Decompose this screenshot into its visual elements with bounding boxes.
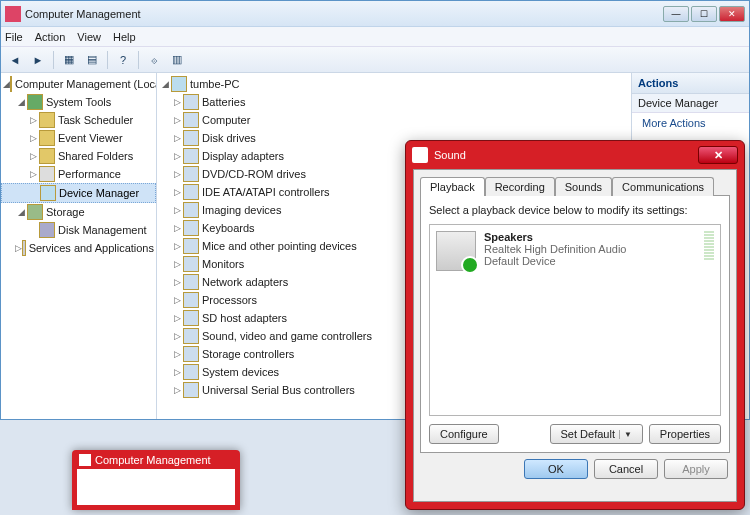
properties-button[interactable]: Properties bbox=[649, 424, 721, 444]
expand-icon[interactable]: ▷ bbox=[171, 277, 183, 287]
expand-icon[interactable]: ▷ bbox=[27, 133, 39, 143]
app-icon bbox=[5, 6, 21, 22]
chevron-down-icon[interactable]: ▼ bbox=[619, 430, 632, 439]
tree-label: Task Scheduler bbox=[58, 114, 133, 126]
menu-file[interactable]: File bbox=[5, 31, 23, 43]
close-button[interactable]: ✕ bbox=[719, 6, 745, 22]
sound-titlebar[interactable]: Sound ✕ bbox=[406, 141, 744, 169]
toolbar: ◄ ► ▦ ▤ ? ⟐ ▥ bbox=[1, 47, 749, 73]
tree-item-task-scheduler[interactable]: ▷Task Scheduler bbox=[1, 111, 156, 129]
expand-icon[interactable]: ▷ bbox=[27, 169, 39, 179]
tree-item-shared-folders[interactable]: ▷Shared Folders bbox=[1, 147, 156, 165]
expand-icon[interactable]: ▷ bbox=[171, 385, 183, 395]
expand-icon[interactable]: ▷ bbox=[171, 367, 183, 377]
tree-group-services[interactable]: ▷Services and Applications bbox=[1, 239, 156, 257]
tree-label: SD host adapters bbox=[202, 312, 287, 324]
tools-icon bbox=[27, 94, 43, 110]
tree-item-performance[interactable]: ▷Performance bbox=[1, 165, 156, 183]
expand-icon[interactable]: ▷ bbox=[171, 313, 183, 323]
expand-icon[interactable]: ▷ bbox=[171, 223, 183, 233]
actions-header: Actions bbox=[632, 73, 749, 94]
expand-icon[interactable]: ▷ bbox=[171, 115, 183, 125]
expand-icon[interactable]: ▷ bbox=[171, 187, 183, 197]
instruction-text: Select a playback device below to modify… bbox=[429, 204, 721, 216]
scan-hardware-button[interactable]: ⟐ bbox=[144, 50, 164, 70]
expand-icon[interactable]: ▷ bbox=[27, 151, 39, 161]
properties-button[interactable]: ▤ bbox=[82, 50, 102, 70]
apply-button[interactable]: Apply bbox=[664, 459, 728, 479]
collapse-icon[interactable]: ◢ bbox=[15, 207, 27, 217]
tree-item-device-manager[interactable]: Device Manager bbox=[1, 183, 156, 203]
collapse-icon[interactable]: ◢ bbox=[159, 79, 171, 89]
tree-label: Event Viewer bbox=[58, 132, 123, 144]
tab-communications[interactable]: Communications bbox=[612, 177, 714, 196]
forward-button[interactable]: ► bbox=[28, 50, 48, 70]
category-icon bbox=[183, 274, 199, 290]
expand-icon[interactable]: ▷ bbox=[171, 259, 183, 269]
help-button[interactable]: ? bbox=[113, 50, 133, 70]
sound-dialog[interactable]: Sound ✕ Playback Recording Sounds Commun… bbox=[405, 140, 745, 510]
storage-icon bbox=[27, 204, 43, 220]
separator bbox=[138, 51, 139, 69]
category-icon bbox=[183, 310, 199, 326]
tree-label: Imaging devices bbox=[202, 204, 282, 216]
window-title: Computer Management bbox=[25, 8, 663, 20]
category-icon bbox=[183, 382, 199, 398]
configure-button[interactable]: Configure bbox=[429, 424, 499, 444]
tree-label: Monitors bbox=[202, 258, 244, 270]
more-actions-link[interactable]: More Actions bbox=[632, 113, 749, 133]
expand-icon[interactable]: ▷ bbox=[171, 241, 183, 251]
titlebar[interactable]: Computer Management — ☐ ✕ bbox=[1, 1, 749, 27]
menu-view[interactable]: View bbox=[77, 31, 101, 43]
menu-action[interactable]: Action bbox=[35, 31, 66, 43]
sound-close-button[interactable]: ✕ bbox=[698, 146, 738, 164]
tab-playback[interactable]: Playback bbox=[420, 177, 485, 196]
actions-section[interactable]: Device Manager bbox=[632, 94, 749, 113]
menu-help[interactable]: Help bbox=[113, 31, 136, 43]
minimize-button[interactable]: — bbox=[663, 6, 689, 22]
collapse-icon[interactable]: ◢ bbox=[3, 79, 10, 89]
tab-recording[interactable]: Recording bbox=[485, 177, 555, 196]
tab-sounds[interactable]: Sounds bbox=[555, 177, 612, 196]
expand-icon[interactable]: ▷ bbox=[171, 331, 183, 341]
tree-item-event-viewer[interactable]: ▷Event Viewer bbox=[1, 129, 156, 147]
tree-label: Computer Management (Local bbox=[15, 78, 157, 90]
cancel-button[interactable]: Cancel bbox=[594, 459, 658, 479]
expand-icon[interactable]: ▷ bbox=[171, 169, 183, 179]
device-category[interactable]: ▷Computer bbox=[157, 111, 631, 129]
expand-icon[interactable]: ▷ bbox=[27, 115, 39, 125]
device-item-speakers[interactable]: Speakers Realtek High Definition Audio D… bbox=[436, 231, 714, 271]
tree-label: Performance bbox=[58, 168, 121, 180]
view-devices-button[interactable]: ▥ bbox=[167, 50, 187, 70]
show-hide-tree-button[interactable]: ▦ bbox=[59, 50, 79, 70]
expand-icon[interactable]: ▷ bbox=[171, 151, 183, 161]
expand-icon[interactable]: ▷ bbox=[171, 295, 183, 305]
tree-group-system-tools[interactable]: ◢System Tools bbox=[1, 93, 156, 111]
device-root[interactable]: ◢tumbe-PC bbox=[157, 75, 631, 93]
collapse-icon[interactable]: ◢ bbox=[15, 97, 27, 107]
back-button[interactable]: ◄ bbox=[5, 50, 25, 70]
tree-label: Services and Applications bbox=[29, 242, 154, 254]
device-list[interactable]: Speakers Realtek High Definition Audio D… bbox=[429, 224, 721, 416]
tree-root[interactable]: ◢ Computer Management (Local bbox=[1, 75, 156, 93]
set-default-button[interactable]: Set Default▼ bbox=[550, 424, 643, 444]
expand-icon[interactable]: ▷ bbox=[171, 349, 183, 359]
console-tree[interactable]: ◢ Computer Management (Local ◢System Too… bbox=[1, 73, 157, 419]
expand-icon[interactable]: ▷ bbox=[171, 97, 183, 107]
maximize-button[interactable]: ☐ bbox=[691, 6, 717, 22]
expand-icon[interactable]: ▷ bbox=[171, 133, 183, 143]
expand-icon[interactable]: ▷ bbox=[171, 205, 183, 215]
tree-label: IDE ATA/ATAPI controllers bbox=[202, 186, 330, 198]
folder-icon bbox=[39, 148, 55, 164]
ok-button[interactable]: OK bbox=[524, 459, 588, 479]
tree-item-disk-management[interactable]: Disk Management bbox=[1, 221, 156, 239]
sound-icon bbox=[412, 147, 428, 163]
category-icon bbox=[183, 166, 199, 182]
tree-label: Disk drives bbox=[202, 132, 256, 144]
tree-group-storage[interactable]: ◢Storage bbox=[1, 203, 156, 221]
separator bbox=[53, 51, 54, 69]
taskbar-thumbnail[interactable]: Computer Management bbox=[72, 450, 240, 510]
device-category[interactable]: ▷Batteries bbox=[157, 93, 631, 111]
expand-icon[interactable]: ▷ bbox=[15, 243, 22, 253]
device-name: Speakers bbox=[484, 231, 626, 243]
